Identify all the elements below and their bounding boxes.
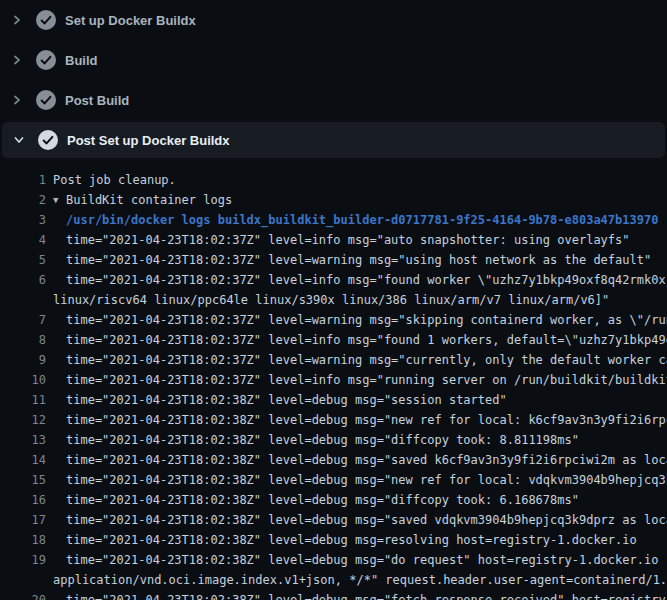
line-number[interactable]: 12 bbox=[0, 410, 46, 430]
log-row: 17 time="2021-04-23T18:02:38Z" level=deb… bbox=[0, 510, 667, 530]
log-text: time="2021-04-23T18:02:38Z" level=debug … bbox=[46, 410, 667, 430]
log-row: linux/riscv64 linux/ppc64le linux/s390x … bbox=[0, 290, 667, 310]
step-label: Set up Docker Buildx bbox=[65, 13, 196, 28]
line-number[interactable]: 9 bbox=[0, 350, 46, 370]
log-text: linux/riscv64 linux/ppc64le linux/s390x … bbox=[46, 290, 609, 310]
step-row-1[interactable]: Build bbox=[0, 40, 667, 80]
check-circle-icon bbox=[38, 130, 58, 150]
log-lines: 1 Post job cleanup. 2 ▼BuildKit containe… bbox=[0, 160, 667, 600]
log-row: 2 ▼BuildKit container logs bbox=[0, 190, 667, 210]
log-text: time="2021-04-23T18:02:38Z" level=debug … bbox=[46, 450, 667, 470]
line-number[interactable]: 4 bbox=[0, 230, 46, 250]
log-row: 7 time="2021-04-23T18:02:37Z" level=warn… bbox=[0, 310, 667, 330]
line-number[interactable]: 1 bbox=[0, 170, 46, 190]
line-number[interactable]: 2 bbox=[0, 190, 46, 210]
log-text: application/vnd.oci.image.index.v1+json,… bbox=[46, 570, 667, 590]
log-row: 1 Post job cleanup. bbox=[0, 170, 667, 190]
log-text: Post job cleanup. bbox=[46, 170, 176, 190]
log-text: BuildKit container logs bbox=[62, 190, 232, 210]
line-number[interactable]: 19 bbox=[0, 550, 46, 570]
line-number[interactable] bbox=[0, 570, 46, 590]
log-text: time="2021-04-23T18:02:38Z" level=debug … bbox=[46, 590, 667, 600]
log-text: time="2021-04-23T18:02:38Z" level=debug … bbox=[46, 470, 667, 490]
log-text: time="2021-04-23T18:02:37Z" level=warnin… bbox=[46, 250, 651, 270]
line-number[interactable]: 10 bbox=[0, 370, 46, 390]
line-number[interactable]: 20 bbox=[0, 590, 46, 600]
check-circle-icon bbox=[36, 10, 56, 30]
log-row: 15 time="2021-04-23T18:02:38Z" level=deb… bbox=[0, 470, 667, 490]
actions-log-viewer: Set up Docker Buildx Build Post Build Po… bbox=[0, 0, 667, 600]
log-text: time="2021-04-23T18:02:38Z" level=debug … bbox=[46, 510, 667, 530]
log-row: 11 time="2021-04-23T18:02:38Z" level=deb… bbox=[0, 390, 667, 410]
chevron-right-icon bbox=[12, 95, 22, 105]
log-text: time="2021-04-23T18:02:37Z" level=info m… bbox=[46, 370, 667, 390]
log-row: 14 time="2021-04-23T18:02:38Z" level=deb… bbox=[0, 450, 667, 470]
line-number[interactable]: 5 bbox=[0, 250, 46, 270]
step-row-3[interactable]: Post Set up Docker Buildx bbox=[2, 122, 665, 158]
log-row: 9 time="2021-04-23T18:02:37Z" level=warn… bbox=[0, 350, 667, 370]
log-text: time="2021-04-23T18:02:38Z" level=debug … bbox=[46, 390, 507, 410]
line-number[interactable] bbox=[0, 290, 46, 310]
line-number[interactable]: 18 bbox=[0, 530, 46, 550]
log-row: 18 time="2021-04-23T18:02:38Z" level=deb… bbox=[0, 530, 667, 550]
log-row: 3 /usr/bin/docker logs buildx_buildkit_b… bbox=[0, 210, 667, 230]
log-row: 12 time="2021-04-23T18:02:38Z" level=deb… bbox=[0, 410, 667, 430]
line-number[interactable]: 3 bbox=[0, 210, 46, 230]
log-row: 16 time="2021-04-23T18:02:38Z" level=deb… bbox=[0, 490, 667, 510]
group-expander-icon[interactable]: ▼ bbox=[46, 190, 62, 210]
log-text: time="2021-04-23T18:02:37Z" level=info m… bbox=[46, 330, 667, 350]
chevron-right-icon bbox=[12, 15, 22, 25]
log-text: time="2021-04-23T18:02:38Z" level=debug … bbox=[46, 530, 637, 550]
log-text: time="2021-04-23T18:02:37Z" level=info m… bbox=[46, 270, 667, 290]
step-label: Build bbox=[65, 53, 98, 68]
step-label: Post Build bbox=[65, 93, 129, 108]
log-text: time="2021-04-23T18:02:38Z" level=debug … bbox=[46, 490, 579, 510]
log-row: 5 time="2021-04-23T18:02:37Z" level=warn… bbox=[0, 250, 667, 270]
log-row: 19 time="2021-04-23T18:02:38Z" level=deb… bbox=[0, 550, 667, 570]
chevron-right-icon bbox=[12, 55, 22, 65]
log-text: time="2021-04-23T18:02:38Z" level=debug … bbox=[46, 550, 667, 570]
log-row: 8 time="2021-04-23T18:02:37Z" level=info… bbox=[0, 330, 667, 350]
log-text: time="2021-04-23T18:02:37Z" level=warnin… bbox=[46, 310, 667, 330]
log-row: 4 time="2021-04-23T18:02:37Z" level=info… bbox=[0, 230, 667, 250]
line-number[interactable]: 17 bbox=[0, 510, 46, 530]
log-row: 20 time="2021-04-23T18:02:38Z" level=deb… bbox=[0, 590, 667, 600]
step-label: Post Set up Docker Buildx bbox=[67, 133, 230, 148]
line-number[interactable]: 15 bbox=[0, 470, 46, 490]
chevron-down-icon bbox=[14, 135, 24, 145]
line-number[interactable]: 11 bbox=[0, 390, 46, 410]
step-list: Set up Docker Buildx Build Post Build Po… bbox=[0, 0, 667, 158]
log-row: 10 time="2021-04-23T18:02:37Z" level=inf… bbox=[0, 370, 667, 390]
line-number[interactable]: 7 bbox=[0, 310, 46, 330]
step-row-2[interactable]: Post Build bbox=[0, 80, 667, 120]
log-row: 6 time="2021-04-23T18:02:37Z" level=info… bbox=[0, 270, 667, 290]
line-number[interactable]: 6 bbox=[0, 270, 46, 290]
log-text: time="2021-04-23T18:02:38Z" level=debug … bbox=[46, 430, 579, 450]
check-circle-icon bbox=[36, 90, 56, 110]
log-text: /usr/bin/docker logs buildx_buildkit_bui… bbox=[46, 210, 658, 230]
log-row: 13 time="2021-04-23T18:02:38Z" level=deb… bbox=[0, 430, 667, 450]
check-circle-icon bbox=[36, 50, 56, 70]
line-number[interactable]: 16 bbox=[0, 490, 46, 510]
log-text: time="2021-04-23T18:02:37Z" level=info m… bbox=[46, 230, 630, 250]
log-row: application/vnd.oci.image.index.v1+json,… bbox=[0, 570, 667, 590]
line-number[interactable]: 8 bbox=[0, 330, 46, 350]
line-number[interactable]: 14 bbox=[0, 450, 46, 470]
line-number[interactable]: 13 bbox=[0, 430, 46, 450]
log-text: time="2021-04-23T18:02:37Z" level=warnin… bbox=[46, 350, 667, 370]
step-row-0[interactable]: Set up Docker Buildx bbox=[0, 0, 667, 40]
